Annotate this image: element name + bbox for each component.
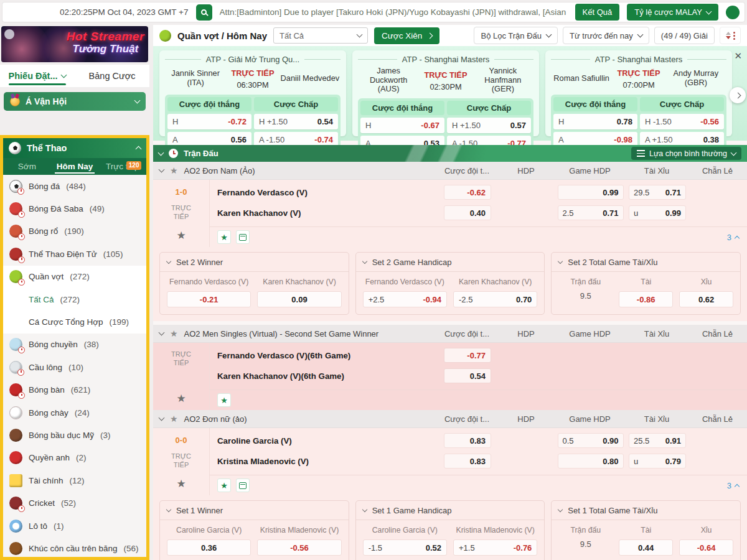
status-toggle[interactable] — [726, 6, 740, 19]
match-filter-dropdown[interactable]: Bộ Lọc Trận Đấu — [474, 27, 558, 44]
chevron-down-icon[interactable] — [362, 259, 367, 264]
odds-cell[interactable]: +2.5-0.94 — [363, 291, 447, 307]
odds-cell-game-hdp[interactable]: 0.80 — [558, 454, 624, 469]
favorite-star-icon[interactable]: ★ — [176, 477, 186, 490]
sidebar-sport-item[interactable]: Quyền anh (2) — [3, 447, 146, 469]
tab-bet-list[interactable]: Bảng Cược — [75, 65, 149, 87]
sports-section-header[interactable]: Thể Thao — [3, 138, 146, 158]
asian-games-section[interactable]: Á Vận Hội — [4, 92, 146, 111]
odds-cell-over[interactable]: 0.44 — [619, 539, 673, 556]
star-icon[interactable]: ★ — [170, 329, 178, 338]
odds-cell-home-hdp[interactable]: H +1.500.57 — [447, 118, 531, 133]
odds-cell-moneyline[interactable]: -0.77 — [444, 348, 491, 363]
sidebar-sport-item[interactable]: Quần vợt (272) — [3, 266, 146, 288]
sidebar-sport-item[interactable]: Thể Thao Điện Tử (105) — [3, 243, 146, 265]
sidebar-sport-item[interactable]: Khúc côn cầu trên băng (56) — [3, 537, 146, 559]
odds-cell-moneyline[interactable]: 0.40 — [444, 205, 491, 220]
favorite-button[interactable]: ★ — [217, 393, 231, 407]
odds-cell-home-hdp[interactable]: H -1.50-0.56 — [640, 114, 724, 129]
chevron-down-icon[interactable] — [558, 507, 563, 512]
sidebar-sport-item[interactable]: Bóng rổ (190) — [3, 220, 146, 243]
sidebar-sport-item[interactable]: Bóng đá (484) — [3, 175, 146, 197]
match-info-column: 0-0 TRỰC TIẾP ★ — [153, 428, 209, 495]
chevron-down-icon[interactable] — [362, 507, 367, 512]
odds-type-dropdown[interactable]: Tỷ lệ cược MALAY — [627, 4, 718, 21]
odds-cell-total[interactable]: u0.79 — [629, 454, 686, 469]
live-label: TRỰC TIẾP — [618, 68, 660, 78]
promo-banner[interactable]: Hot Streamer Tưởng Thuật — [1, 26, 148, 62]
subtab-early[interactable]: Sớm — [3, 158, 51, 175]
odds-cell-under[interactable]: 0.62 — [679, 291, 733, 307]
sort-button[interactable] — [720, 27, 741, 44]
close-icon[interactable]: ✕ — [734, 51, 742, 60]
tab-label: Bảng Cược — [89, 71, 136, 81]
parlay-button[interactable]: Cược Xiên — [374, 27, 439, 44]
odds-cell-home-ml[interactable]: H-0.72 — [167, 114, 251, 129]
sidebar-sport-item[interactable]: Bóng bầu dục Mỹ (3) — [3, 424, 146, 446]
odds-cell-total[interactable]: u0.99 — [629, 205, 686, 220]
time-range-dropdown[interactable]: Từ trước đến nay — [563, 27, 649, 44]
chevron-down-icon[interactable] — [166, 259, 171, 264]
odds-cell[interactable]: 0.36 — [167, 539, 251, 556]
odds-cell-game-hdp[interactable]: 0.50.90 — [558, 433, 624, 448]
odds-cell-game-hdp[interactable]: 0.99 — [558, 185, 624, 200]
star-icon[interactable]: ★ — [170, 414, 178, 424]
league-header[interactable]: ★AO2 Đơn Nam (Ảo) Cược đội t...HDPGame H… — [153, 162, 747, 180]
odds-cell-home-ml[interactable]: H-0.67 — [360, 118, 444, 133]
star-icon[interactable]: ★ — [170, 166, 178, 175]
odds-cell-game-hdp[interactable]: 2.50.71 — [558, 205, 624, 220]
odds-cell-under[interactable]: -0.64 — [679, 539, 733, 556]
sidebar-sport-item[interactable]: Cá Cược Tổng Hợp (199) — [3, 310, 146, 333]
favorite-star-icon[interactable]: ★ — [176, 392, 186, 405]
odds-cell[interactable]: -2.50.70 — [453, 291, 537, 307]
chevron-down-icon[interactable] — [558, 259, 563, 264]
subtab-live[interactable]: Trực tiếp120 — [98, 158, 146, 175]
sidebar-sport-item[interactable]: Tài chính (12) — [3, 469, 146, 492]
column-header: Cược đội t... — [436, 414, 498, 424]
league-select[interactable]: Tất Cả — [273, 27, 368, 44]
sidebar-sport-item[interactable]: Bóng bàn (621) — [3, 379, 146, 401]
league-count-box[interactable]: (49 / 49) Giải — [654, 27, 715, 44]
favorite-button[interactable]: ★ — [217, 230, 231, 244]
sidebar-sport-item[interactable]: Bóng chuyền (38) — [3, 334, 146, 356]
odds-cell-moneyline[interactable]: 0.83 — [444, 433, 491, 448]
chevron-down-icon[interactable] — [158, 149, 164, 156]
more-markets-toggle[interactable]: 3 — [727, 233, 739, 242]
odds-cell-total[interactable]: 29.50.71 — [629, 185, 686, 200]
sidebar-sport-item[interactable]: Lô tô (1) — [3, 515, 146, 537]
sidebar-sport-item[interactable]: Cricket (52) — [3, 492, 146, 514]
search-button[interactable] — [196, 4, 212, 21]
markets-grid-button[interactable] — [236, 478, 250, 492]
league-header[interactable]: ★AO2 Men Singles (Virtual) - Second Set … — [153, 325, 747, 343]
odds-cell-total[interactable]: 25.50.91 — [629, 433, 686, 448]
view-mode-dropdown[interactable]: Lựa chọn bình thường — [631, 147, 741, 160]
odds-cell[interactable]: -1.50.52 — [363, 539, 447, 556]
matches-section-bar: Trận Đấu Lựa chọn bình thường — [153, 145, 747, 162]
odds-cell-home-hdp[interactable]: H +1.500.54 — [254, 114, 338, 129]
sidebar-sport-item[interactable]: Tất Cả (272) — [3, 288, 146, 310]
odds-cell-moneyline[interactable]: -0.62 — [444, 185, 491, 200]
tab-bet-slip[interactable]: Phiếu Đặt... — [0, 65, 75, 87]
odds-column-header: Cược Chấp — [254, 97, 338, 111]
chevron-down-icon[interactable] — [166, 507, 171, 512]
odds-cell[interactable]: -0.56 — [257, 539, 341, 556]
markets-grid-button[interactable] — [236, 230, 250, 244]
odds-cell-moneyline[interactable]: 0.54 — [444, 368, 491, 383]
odds-cell-over[interactable]: -0.86 — [619, 291, 673, 307]
odds-cell[interactable]: 0.09 — [257, 291, 341, 307]
chevron-down-icon — [731, 149, 737, 156]
favorite-star-icon[interactable]: ★ — [176, 229, 186, 242]
sidebar-sport-item[interactable]: Bóng chày (24) — [3, 401, 146, 424]
odds-cell-moneyline[interactable]: 0.83 — [444, 454, 491, 469]
league-header[interactable]: ★AO2 Đơn nữ (ảo) Cược đội t...HDPGame HD… — [153, 410, 747, 428]
results-button[interactable]: Kết Quả — [575, 4, 620, 21]
sidebar-sport-item[interactable]: Cầu lông (10) — [3, 356, 146, 378]
next-cards-button[interactable] — [730, 87, 746, 103]
subtab-today[interactable]: Hôm Nay — [51, 158, 99, 175]
more-markets-toggle[interactable]: 3 — [727, 481, 739, 490]
favorite-button[interactable]: ★ — [217, 478, 231, 492]
odds-cell[interactable]: -0.21 — [167, 291, 251, 307]
odds-cell[interactable]: +1.5-0.76 — [453, 539, 537, 556]
odds-cell-home-ml[interactable]: H0.78 — [553, 114, 637, 129]
sidebar-sport-item[interactable]: Bóng Đá Saba (49) — [3, 197, 146, 220]
